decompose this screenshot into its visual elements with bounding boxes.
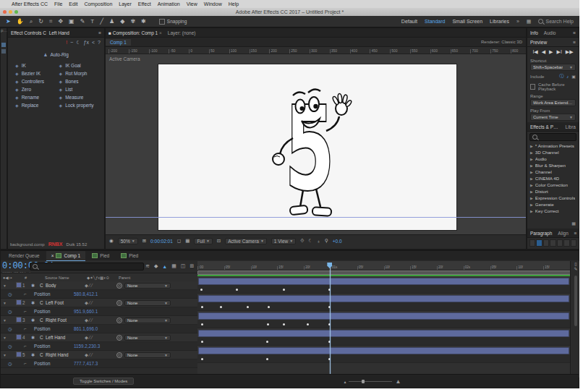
property-value[interactable]: 861.1,696.0 <box>74 326 98 331</box>
traffic-lights[interactable] <box>3 10 18 14</box>
roi-icon[interactable]: ⊡ <box>217 238 221 244</box>
keyframe-marker[interactable] <box>283 289 285 291</box>
effects-category-3d-channel[interactable]: ▶3D Channel <box>527 149 579 155</box>
timeline-tab-pied[interactable]: Pied <box>116 251 143 260</box>
minimize-window-icon[interactable] <box>9 10 12 14</box>
layer-duration-bar[interactable] <box>198 295 569 302</box>
menu-help[interactable]: Help <box>229 1 239 7</box>
keyframe-marker[interactable] <box>266 341 268 343</box>
parent-dropdown[interactable]: None▼ <box>124 318 171 323</box>
info-panel-menu-icon[interactable]: ≡ <box>573 30 576 35</box>
prev-frame-button[interactable]: ◀ <box>542 49 545 55</box>
expand-icon[interactable]: ▶ <box>530 163 533 168</box>
property-row-position[interactable]: ◷⌐Position1159.2,230.3 <box>1 342 197 351</box>
zoom-out-icon[interactable]: ▴ <box>344 379 346 384</box>
expand-icon[interactable]: ▶ <box>530 183 533 187</box>
layer-duration-bar[interactable] <box>198 312 569 320</box>
tool-icon-5[interactable]: ✥ <box>55 17 66 26</box>
project-strip-icon-2[interactable] <box>1 49 6 54</box>
keyframe-marker[interactable] <box>200 289 203 291</box>
graph-keyframe-row[interactable] <box>197 320 570 328</box>
channels-icon[interactable]: ▦ <box>185 238 190 244</box>
zoom-thumb[interactable] <box>362 380 365 383</box>
paragraph-align-button-1[interactable] <box>536 239 542 247</box>
property-name[interactable]: Position <box>34 361 74 366</box>
property-value[interactable]: 580.8,412.1 <box>74 291 98 297</box>
label-color-swatch[interactable] <box>16 317 22 323</box>
always-preview-icon[interactable]: ◉ <box>109 238 114 244</box>
paragraph-align-button-2[interactable] <box>543 239 549 247</box>
graph-layer-bar-row[interactable] <box>197 276 570 285</box>
snapshot-icon[interactable]: ◻ <box>177 238 181 244</box>
effects-category-key-correct[interactable]: ▶Key Correct <box>527 208 579 214</box>
graph-layer-bar-row[interactable] <box>197 328 570 337</box>
stopwatch-icon[interactable]: ◷ <box>1 344 24 349</box>
stopwatch-icon[interactable]: ◷ <box>1 291 24 297</box>
magnification-dropdown[interactable]: 50%▼ <box>118 238 138 244</box>
parent-dropdown[interactable]: None▼ <box>124 300 171 306</box>
window-title-bar[interactable]: Adobe After Effects CC 2017 – Untitled P… <box>0 8 579 16</box>
property-value[interactable]: 777.7,417.3 <box>74 361 98 366</box>
timeline-scrollbar[interactable] <box>574 276 577 326</box>
duik-button-ik-goal[interactable]: ◈IK Goal <box>59 63 103 68</box>
stopwatch-icon[interactable]: ◷ <box>1 361 24 366</box>
duik-button-bones[interactable]: ◈Bones <box>59 79 103 84</box>
effects-category-color-correction[interactable]: ▶Color Correction <box>527 182 579 188</box>
ruler-guide-line[interactable] <box>106 217 526 218</box>
paragraph-align-button-5[interactable] <box>563 239 569 247</box>
camera-dropdown[interactable]: Active Camera▼ <box>225 238 267 244</box>
menu-edit[interactable]: Edit <box>69 1 77 7</box>
stopwatch-icon[interactable]: ◷ <box>1 326 24 331</box>
duik-header-icon-2[interactable]: ƒx <box>84 40 89 46</box>
project-strip-icon-1[interactable] <box>1 43 6 47</box>
layer-switches[interactable]: ◆ ⁄ ⁄ <box>85 300 116 305</box>
menu-effect[interactable]: Effect <box>138 1 151 7</box>
parent-pickwhip-icon[interactable] <box>116 300 122 306</box>
play-button[interactable]: ▶ <box>549 49 553 55</box>
exposure-value[interactable]: +0.0 <box>333 239 342 244</box>
last-frame-button[interactable]: ▶▶ <box>566 49 574 55</box>
parent-pickwhip-icon[interactable] <box>116 335 122 341</box>
effects-category-channel[interactable]: ▶Channel <box>527 169 579 175</box>
layer-expand-icon[interactable]: ▼ <box>1 353 16 357</box>
layer-expand-icon[interactable]: ▼ <box>1 284 16 288</box>
parent-pickwhip-icon[interactable] <box>116 318 122 323</box>
effects-category-cinema-4d[interactable]: ▶CINEMA 4D <box>527 175 579 182</box>
duik-header-icon-4[interactable]: ? <box>98 40 101 46</box>
tab-preview[interactable]: Preview <box>530 40 547 45</box>
expand-icon[interactable]: ▶ <box>530 196 533 200</box>
parent-pickwhip-icon[interactable] <box>116 283 122 289</box>
layer-name[interactable]: C_Body <box>40 283 85 288</box>
property-row-position[interactable]: ◷⌐Position951.9,660.1 <box>1 307 197 316</box>
new-folder-icon[interactable]: ▦ <box>571 221 576 226</box>
resolution-dropdown[interactable]: Full▼ <box>194 238 212 244</box>
effects-search-field[interactable] <box>529 133 576 141</box>
expand-icon[interactable]: ▶ <box>530 209 533 213</box>
effects-category-expression-controls[interactable]: ▶Expression Controls <box>527 195 579 201</box>
duik-button-measure[interactable]: ◈Measure <box>59 95 103 100</box>
tool-icon-7[interactable]: ✎ <box>77 17 88 26</box>
zoom-track[interactable] <box>349 381 392 382</box>
tool-icon-9[interactable]: ╱ <box>97 17 106 26</box>
menu-composition[interactable]: Composition <box>84 1 112 7</box>
expand-icon[interactable]: ▶ <box>530 157 533 161</box>
timeline-tab-pied[interactable]: Pied <box>87 251 114 260</box>
label-color-swatch[interactable] <box>16 282 22 288</box>
tool-icon-8[interactable]: T <box>88 17 97 26</box>
snapping-toggle[interactable]: Snapping <box>159 19 187 25</box>
include-audio-icon[interactable]: ♪ <box>566 74 569 79</box>
panel-menu-icon[interactable]: ≡ <box>98 30 101 35</box>
graph-keyframe-row[interactable] <box>197 302 570 311</box>
timeline-graph-area[interactable]: :0005f10f15f20f01s05f10f15f20f02s05f10f1… <box>197 261 570 378</box>
timeline-tab-render-queue[interactable]: Render Queue <box>4 251 45 260</box>
parent-pickwhip-icon[interactable] <box>116 352 122 358</box>
composition-tab[interactable]: ■ Composition: Comp 1 × <box>108 30 162 35</box>
tab-effects-presets[interactable]: Effects & Presets <box>530 124 560 129</box>
duik-header-icon-0[interactable]: ~ <box>70 40 73 46</box>
layer-name[interactable]: C_Right Hand <box>40 352 85 357</box>
first-frame-button[interactable]: I◀ <box>532 49 537 55</box>
current-time-indicator-line[interactable] <box>330 264 331 378</box>
stopwatch-icon[interactable]: ◷ <box>1 309 24 314</box>
pixel-aspect-icon[interactable]: ⟐ <box>300 238 304 244</box>
effects-category-blur-sharpen[interactable]: ▶Blur & Sharpen <box>527 162 579 169</box>
